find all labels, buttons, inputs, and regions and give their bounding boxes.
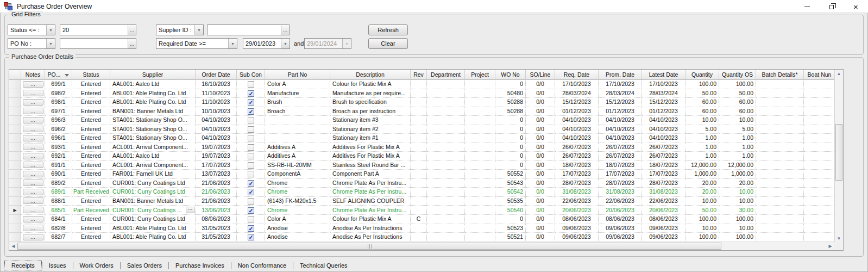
table-row[interactable]: ▶...685/1Part ReceivedCUR001: Curry Coat… xyxy=(9,206,834,215)
sub-con-checkbox[interactable] xyxy=(248,189,254,195)
po-filter-value[interactable] xyxy=(60,39,128,48)
sub-con-checkbox[interactable] xyxy=(248,90,254,97)
row-header[interactable] xyxy=(9,89,21,98)
table-row[interactable]: ...696/2EnteredSTA001: Stationary Shop O… xyxy=(9,125,834,134)
notes-button[interactable]: ... xyxy=(23,117,43,123)
col-header-prom_date[interactable]: Prom. Date xyxy=(599,70,642,80)
table-row[interactable]: ...682/8EnteredABL001: Able Plating Co. … xyxy=(9,224,834,233)
minimize-button[interactable] xyxy=(795,0,819,13)
col-header-sub_con[interactable]: Sub Con xyxy=(237,70,265,80)
table-row[interactable]: ...699/1EnteredAAL001: Aalco Ltd16/10/20… xyxy=(9,80,834,89)
table-row[interactable]: ...693/1EnteredACL001: Arrival Component… xyxy=(9,143,834,152)
col-header-po[interactable]: PO... xyxy=(45,70,72,80)
col-header-description[interactable]: Description xyxy=(330,70,411,80)
po-filter-value-input[interactable]: ... xyxy=(60,38,136,49)
chevron-down-icon[interactable]: ▼ xyxy=(281,39,290,48)
horizontal-scrollbar[interactable]: ◀ ▶ xyxy=(9,242,834,250)
clear-button[interactable]: Clear xyxy=(368,38,408,49)
col-header-notes[interactable]: Notes xyxy=(21,70,45,80)
col-header-project[interactable]: Project xyxy=(465,70,495,80)
status-filter-field-combo[interactable]: Status <= : ▼ xyxy=(8,24,55,35)
sub-con-checkbox[interactable] xyxy=(248,198,254,205)
tab-issues[interactable]: Issues xyxy=(42,261,73,270)
notes-button[interactable]: ... xyxy=(23,234,43,240)
date-from-picker[interactable]: 29/01/2023 ▼ xyxy=(243,38,290,49)
table-row[interactable]: ...696/3EnteredSTA001: Stationary Shop O… xyxy=(9,116,834,125)
col-header-boat[interactable]: Boat Nun xyxy=(804,70,834,80)
sub-con-checkbox[interactable] xyxy=(248,108,254,115)
row-header[interactable] xyxy=(9,116,21,125)
table-row[interactable]: ...682/7EnteredABL001: Able Plating Co. … xyxy=(9,233,834,242)
row-header[interactable] xyxy=(9,170,21,179)
table-row[interactable]: ...688/1EnteredBAN001: Banner Metals Ltd… xyxy=(9,197,834,206)
supplier-filter-field-combo[interactable]: Supplier ID : ▼ xyxy=(156,24,204,35)
status-filter-value[interactable]: 20 xyxy=(60,25,128,35)
table-row[interactable]: ...692/1EnteredAAL001: Aalco Ltd19/07/20… xyxy=(9,152,834,161)
sub-con-checkbox[interactable] xyxy=(248,126,254,133)
notes-button[interactable]: ... xyxy=(23,81,43,88)
notes-button[interactable]: ... xyxy=(23,90,43,96)
col-header-req_date[interactable]: Req. Date xyxy=(555,70,599,80)
row-header[interactable] xyxy=(9,143,21,152)
refresh-button[interactable]: Refresh xyxy=(368,24,408,35)
col-header-supplier[interactable]: Supplier xyxy=(110,70,196,80)
notes-button[interactable]: ... xyxy=(23,171,43,177)
sub-con-checkbox[interactable] xyxy=(248,180,254,187)
horizontal-scrollbar-thumb[interactable] xyxy=(17,243,721,250)
tab-purchase-invoices[interactable]: Purchase Invoices xyxy=(169,261,231,270)
notes-button[interactable]: ... xyxy=(23,135,43,141)
sub-con-checkbox[interactable] xyxy=(248,117,254,123)
row-header[interactable] xyxy=(9,98,21,107)
col-header-wo_no[interactable]: WO No xyxy=(495,70,526,80)
row-header[interactable] xyxy=(9,125,21,134)
table-row[interactable]: ...690/1EnteredFAR001: Farnell UK Ltd13/… xyxy=(9,170,834,179)
col-header-order_date[interactable]: Order Date xyxy=(196,70,237,80)
row-header[interactable] xyxy=(9,224,21,233)
row-header[interactable] xyxy=(9,179,21,188)
row-header[interactable] xyxy=(9,134,21,143)
table-row[interactable]: ...696/1EnteredSTA001: Stationary Shop O… xyxy=(9,134,834,143)
notes-button[interactable]: ... xyxy=(23,144,43,150)
po-filter-field-combo[interactable]: PO No : ▼ xyxy=(8,38,55,49)
status-filter-value-input[interactable]: 20 ... xyxy=(60,24,136,35)
notes-button[interactable]: ... xyxy=(23,180,43,186)
row-header[interactable] xyxy=(9,188,21,197)
sub-con-checkbox[interactable] xyxy=(248,144,254,151)
sub-con-checkbox[interactable] xyxy=(248,99,254,106)
tab-sales-orders[interactable]: Sales Orders xyxy=(121,261,168,270)
row-header[interactable] xyxy=(9,215,21,224)
sub-con-checkbox[interactable] xyxy=(248,234,254,240)
col-header-quantity[interactable]: Quantity xyxy=(685,70,719,80)
ellipsis-button[interactable]: ... xyxy=(128,25,136,35)
notes-button[interactable]: ... xyxy=(23,126,43,132)
col-header-department[interactable]: Department xyxy=(427,70,465,80)
table-row[interactable]: ...684/1EnteredCUR001: Curry Coatings Lt… xyxy=(9,215,834,224)
col-header-rev[interactable]: Rev xyxy=(411,70,427,80)
vertical-scrollbar[interactable]: ▲ ▼ xyxy=(834,70,843,243)
chevron-down-icon[interactable]: ▼ xyxy=(46,25,55,35)
scroll-left-button[interactable]: ◀ xyxy=(9,242,17,250)
row-header[interactable] xyxy=(9,80,21,89)
notes-button[interactable]: ... xyxy=(23,225,43,231)
table-row[interactable]: ...691/1EnteredACL001: Arrival Component… xyxy=(9,161,834,170)
table-row[interactable]: ...698/1EnteredABL001: Able Plating Co. … xyxy=(9,98,834,107)
table-row[interactable]: ...698/2EnteredABL001: Able Plating Co. … xyxy=(9,89,834,98)
chevron-down-icon[interactable]: ▼ xyxy=(228,39,237,48)
row-header[interactable] xyxy=(9,197,21,206)
tab-receipts[interactable]: Receipts xyxy=(4,261,42,270)
table-row[interactable]: ...697/1EnteredBAN001: Banner Metals Ltd… xyxy=(9,107,834,116)
ellipsis-button[interactable]: ... xyxy=(281,25,289,35)
row-header[interactable] xyxy=(9,161,21,170)
scroll-right-button[interactable]: ▶ xyxy=(826,242,834,250)
col-header-batch[interactable]: Batch Details* xyxy=(756,70,804,80)
row-header[interactable] xyxy=(9,107,21,116)
notes-button[interactable]: ... xyxy=(23,197,43,204)
notes-button[interactable]: ... xyxy=(23,99,43,106)
notes-button[interactable]: ... xyxy=(23,108,43,114)
col-header-quantity_os[interactable]: Quantity OS xyxy=(719,70,756,80)
vertical-scrollbar-thumb[interactable] xyxy=(835,124,842,181)
row-header[interactable] xyxy=(9,152,21,161)
sub-con-checkbox[interactable] xyxy=(248,153,254,159)
notes-button[interactable]: ... xyxy=(23,153,43,159)
notes-button[interactable]: ... xyxy=(23,162,43,168)
